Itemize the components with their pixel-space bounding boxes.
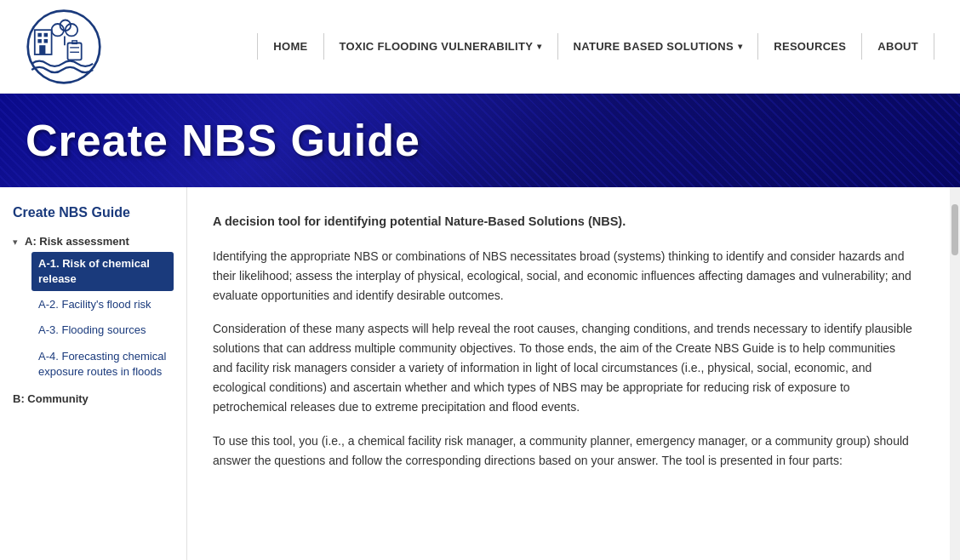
sidebar-title: Create NBS Guide — [13, 204, 174, 222]
svg-rect-11 — [68, 43, 82, 60]
chevron-down-icon: ▾ — [13, 237, 18, 248]
site-logo — [26, 9, 102, 85]
sidebar: Create NBS Guide ▾ A: Risk assessment A-… — [0, 187, 187, 560]
main-nav: HOME TOXIC FLOODING VULNERABILITY ▾ NATU… — [257, 33, 934, 60]
sidebar-item-a4[interactable]: A-4. Forecasting chemical exposure route… — [31, 345, 174, 384]
sidebar-item-a3[interactable]: A-3. Flooding sources — [31, 318, 174, 342]
content-para-3: To use this tool, you (i.e., a chemical … — [213, 431, 916, 471]
nav-toxic-flooding[interactable]: TOXIC FLOODING VULNERABILITY ▾ — [324, 33, 558, 60]
scrollbar-thumb[interactable] — [951, 204, 958, 255]
sidebar-item-a1[interactable]: A-1. Risk of chemical release — [31, 252, 174, 291]
chevron-down-icon: ▾ — [537, 42, 541, 51]
nav-nature-based[interactable]: NATURE BASED SOLUTIONS ▾ — [558, 33, 759, 60]
main-content: A decision tool for identifying potentia… — [187, 187, 950, 560]
hero-banner: Create NBS Guide — [0, 94, 960, 187]
sidebar-section-a-label: A: Risk assessment — [25, 235, 129, 248]
scrollbar[interactable] — [950, 187, 960, 560]
svg-rect-3 — [44, 32, 49, 37]
nav-resources[interactable]: RESOURCES — [758, 33, 862, 60]
sidebar-section-b-header[interactable]: B: Community — [13, 392, 174, 405]
chevron-down-icon: ▾ — [738, 42, 742, 51]
nav-home[interactable]: HOME — [257, 33, 323, 60]
sidebar-section-b-label: B: Community — [13, 392, 89, 405]
sidebar-section-b: B: Community — [13, 392, 174, 405]
content-para-2: Consideration of these many aspects will… — [213, 319, 916, 417]
content-intro: A decision tool for identifying potentia… — [213, 213, 916, 231]
content-para-1: Identifying the appropriate NBS or combi… — [213, 247, 916, 306]
svg-rect-4 — [37, 39, 42, 43]
page-title: Create NBS Guide — [26, 115, 420, 166]
logo-area — [26, 9, 102, 85]
nav-about[interactable]: ABOUT — [862, 33, 934, 60]
sidebar-section-a-header[interactable]: ▾ A: Risk assessment — [13, 235, 174, 248]
sidebar-item-a2[interactable]: A-2. Facility's flood risk — [31, 293, 174, 317]
svg-rect-6 — [39, 45, 45, 54]
sidebar-items-list: A-1. Risk of chemical release A-2. Facil… — [13, 252, 174, 384]
main-container: Create NBS Guide ▾ A: Risk assessment A-… — [0, 187, 960, 560]
sidebar-section-a: ▾ A: Risk assessment A-1. Risk of chemic… — [13, 235, 174, 384]
svg-rect-2 — [37, 32, 42, 37]
header: HOME TOXIC FLOODING VULNERABILITY ▾ NATU… — [0, 0, 960, 94]
svg-rect-5 — [44, 39, 49, 43]
